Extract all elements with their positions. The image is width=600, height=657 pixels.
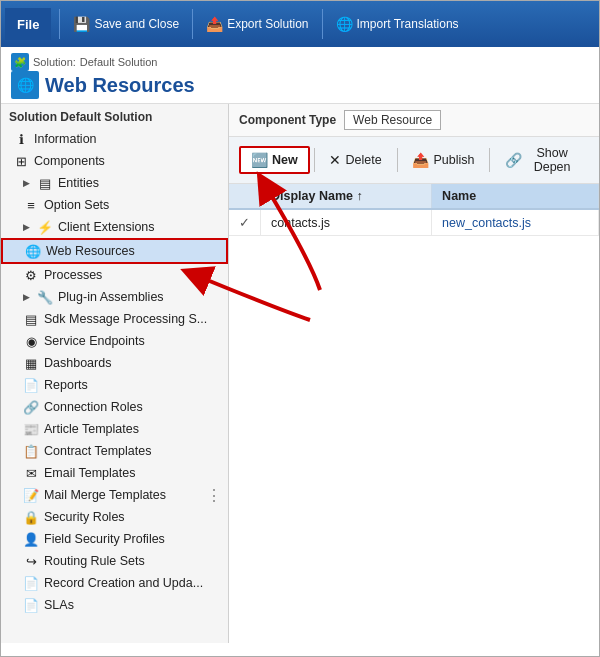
sidebar-item-email-templates[interactable]: ✉ Email Templates: [1, 462, 228, 484]
sidebar-item-reports[interactable]: 📄 Reports: [1, 374, 228, 396]
component-type-bar: Component Type Web Resource: [229, 104, 599, 137]
action-toolbar: 🆕 New ✕ Delete 📤 Publish 🔗 Show Depen: [229, 137, 599, 184]
export-solution-button[interactable]: 📤 Export Solution: [197, 8, 317, 40]
col-display-name[interactable]: Display Name ↑: [261, 184, 432, 209]
delete-button[interactable]: ✕ Delete: [318, 147, 392, 173]
sidebar-item-connection-roles[interactable]: 🔗 Connection Roles: [1, 396, 228, 418]
header-area: 🧩 Solution: Default Solution 🌐 Web Resou…: [1, 47, 599, 104]
delete-button-label: Delete: [345, 153, 381, 167]
sidebar-item-label: Dashboards: [44, 356, 111, 370]
sidebar-item-routing-rule-sets[interactable]: ↪ Routing Rule Sets: [1, 550, 228, 572]
import-translations-label: Import Translations: [357, 17, 459, 31]
toolbar-separator-2: [192, 9, 193, 39]
action-separator-3: [489, 148, 490, 172]
data-table: Display Name ↑ Name ✓ contacts.js new_co…: [229, 184, 599, 643]
show-dep-icon: 🔗: [505, 152, 522, 168]
sidebar-item-label: Record Creation and Upda...: [44, 576, 203, 590]
save-close-icon: 💾: [73, 16, 90, 32]
solution-prefix: Solution:: [33, 56, 76, 68]
import-icon: 🌐: [336, 16, 353, 32]
col-check: [229, 184, 261, 209]
slas-icon: 📄: [23, 597, 39, 613]
sidebar-item-label: Security Roles: [44, 510, 125, 524]
sidebar-item-plugin-assemblies[interactable]: ▶ 🔧 Plug-in Assemblies: [1, 286, 228, 308]
publish-button[interactable]: 📤 Publish: [401, 147, 485, 173]
file-button[interactable]: File: [5, 8, 51, 40]
publish-icon: 📤: [412, 152, 429, 168]
entities-icon: ▤: [37, 175, 53, 191]
save-close-label: Save and Close: [94, 17, 179, 31]
expand-arrow-icon: ▶: [23, 292, 30, 302]
sidebar-item-mail-merge-templates[interactable]: 📝 Mail Merge Templates ⋮: [1, 484, 228, 506]
toolbar-separator-3: [322, 9, 323, 39]
col-name: Name: [432, 184, 599, 209]
security-roles-icon: 🔒: [23, 509, 39, 525]
sidebar-item-option-sets[interactable]: ≡ Option Sets: [1, 194, 228, 216]
solution-icon: 🧩: [11, 53, 29, 71]
sidebar-item-slas[interactable]: 📄 SLAs: [1, 594, 228, 616]
sidebar-item-label: Sdk Message Processing S...: [44, 312, 207, 326]
record-creation-icon: 📄: [23, 575, 39, 591]
service-endpoints-icon: ◉: [23, 333, 39, 349]
sidebar-item-label: SLAs: [44, 598, 74, 612]
new-button[interactable]: 🆕 New: [239, 146, 310, 174]
sidebar-item-web-resources[interactable]: 🌐 Web Resources: [1, 238, 228, 264]
expand-arrow-icon: ▶: [23, 178, 30, 188]
solution-line: 🧩 Solution: Default Solution: [11, 53, 589, 71]
export-icon: 📤: [206, 16, 223, 32]
sdk-message-icon: ▤: [23, 311, 39, 327]
sidebar-item-label: Reports: [44, 378, 88, 392]
client-extensions-icon: ⚡: [37, 219, 53, 235]
sidebar-item-label: Entities: [58, 176, 99, 190]
sidebar-item-components[interactable]: ⊞ Components: [1, 150, 228, 172]
sidebar-item-entities[interactable]: ▶ ▤ Entities: [1, 172, 228, 194]
sidebar-item-field-security-profiles[interactable]: 👤 Field Security Profiles: [1, 528, 228, 550]
article-templates-icon: 📰: [23, 421, 39, 437]
row-display-name-cell[interactable]: contacts.js: [261, 209, 432, 236]
connection-roles-icon: 🔗: [23, 399, 39, 415]
sidebar-item-dashboards[interactable]: ▦ Dashboards: [1, 352, 228, 374]
expand-arrow-icon: ▶: [23, 222, 30, 232]
checkmark-icon: ✓: [239, 215, 250, 230]
option-sets-icon: ≡: [23, 197, 39, 213]
export-solution-label: Export Solution: [227, 17, 308, 31]
web-resources-icon: 🌐: [25, 243, 41, 259]
sidebar-item-label: Service Endpoints: [44, 334, 145, 348]
sidebar-item-processes[interactable]: ⚙ Processes: [1, 264, 228, 286]
reports-icon: 📄: [23, 377, 39, 393]
mail-merge-icon: 📝: [23, 487, 39, 503]
page-title-icon: 🌐: [11, 71, 39, 99]
import-translations-button[interactable]: 🌐 Import Translations: [327, 8, 468, 40]
sidebar-item-client-extensions[interactable]: ▶ ⚡ Client Extensions: [1, 216, 228, 238]
publish-button-label: Publish: [433, 153, 474, 167]
table-row[interactable]: ✓ contacts.js new_contacts.js: [229, 209, 599, 236]
sidebar-header: Solution Default Solution: [1, 104, 228, 128]
sidebar-item-label: Web Resources: [46, 244, 135, 258]
page-title: 🌐 Web Resources: [11, 71, 589, 99]
web-resources-table: Display Name ↑ Name ✓ contacts.js new_co…: [229, 184, 599, 236]
sidebar: Solution Default Solution ℹ Information …: [1, 104, 229, 643]
processes-icon: ⚙: [23, 267, 39, 283]
sidebar-item-label: Article Templates: [44, 422, 139, 436]
save-close-button[interactable]: 💾 Save and Close: [64, 8, 188, 40]
toolbar-separator-1: [59, 9, 60, 39]
action-separator-2: [397, 148, 398, 172]
action-separator-1: [314, 148, 315, 172]
contract-templates-icon: 📋: [23, 443, 39, 459]
sidebar-item-label: Routing Rule Sets: [44, 554, 145, 568]
sidebar-item-label: Option Sets: [44, 198, 109, 212]
sidebar-item-security-roles[interactable]: 🔒 Security Roles: [1, 506, 228, 528]
sidebar-item-label: Field Security Profiles: [44, 532, 165, 546]
show-dependencies-button[interactable]: 🔗 Show Depen: [494, 141, 589, 179]
sidebar-item-label: Processes: [44, 268, 102, 282]
sidebar-item-contract-templates[interactable]: 📋 Contract Templates: [1, 440, 228, 462]
sidebar-item-label: Information: [34, 132, 97, 146]
sidebar-item-service-endpoints[interactable]: ◉ Service Endpoints: [1, 330, 228, 352]
sidebar-item-label: Connection Roles: [44, 400, 143, 414]
sidebar-item-information[interactable]: ℹ Information: [1, 128, 228, 150]
field-security-icon: 👤: [23, 531, 39, 547]
sidebar-item-sdk-message[interactable]: ▤ Sdk Message Processing S...: [1, 308, 228, 330]
sidebar-item-article-templates[interactable]: 📰 Article Templates: [1, 418, 228, 440]
row-name-cell[interactable]: new_contacts.js: [432, 209, 599, 236]
sidebar-item-record-creation[interactable]: 📄 Record Creation and Upda...: [1, 572, 228, 594]
